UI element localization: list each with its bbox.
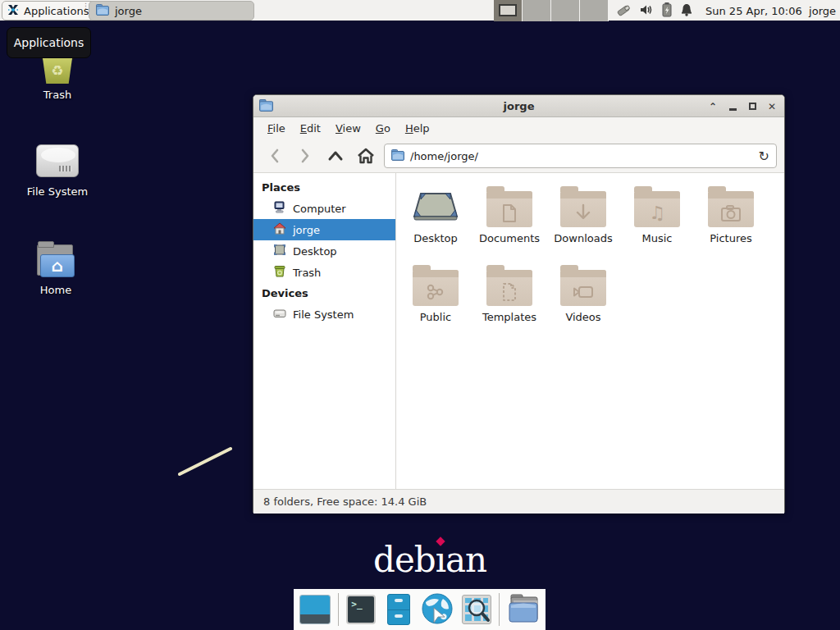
menubar: File Edit View Go Help <box>253 117 784 139</box>
minimize-button[interactable] <box>727 101 738 112</box>
menu-edit[interactable]: Edit <box>294 120 326 137</box>
xfce-logo-icon <box>7 3 20 19</box>
dock-separator <box>338 593 339 626</box>
menu-help[interactable]: Help <box>399 120 436 137</box>
application-finder-icon <box>462 595 491 624</box>
file-manager-window: jorge ⌃ ✕ File Edit View Go Help <box>253 94 785 513</box>
pictures-folder-icon <box>708 191 754 227</box>
sidebar-item-computer[interactable]: Computer <box>253 198 395 219</box>
file-item-pictures[interactable]: Pictures <box>694 181 768 249</box>
music-note-glyph: ♫ <box>634 199 680 227</box>
file-item-templates[interactable]: Templates <box>472 260 546 327</box>
templates-folder-icon <box>486 270 532 306</box>
file-item-label: Videos <box>546 311 620 323</box>
workspace-1[interactable] <box>494 0 523 21</box>
places-header: Places <box>253 177 395 198</box>
desktop-root: Applications ⋮ jorge <box>0 0 840 630</box>
desktop-icon <box>273 244 286 258</box>
file-item-downloads[interactable]: Downloads <box>546 181 620 249</box>
sidebar: Places Computer <box>253 173 396 489</box>
trash-small-icon <box>273 265 286 280</box>
devices-header: Devices <box>253 283 395 304</box>
desktop-icon-label: File System <box>8 185 107 198</box>
tablet-tool-tray-icon[interactable] <box>615 2 632 21</box>
home-button[interactable] <box>354 145 377 167</box>
sidebar-item-label: File System <box>293 308 354 321</box>
stray-line-artifact <box>172 441 242 482</box>
forward-button[interactable] <box>294 145 317 167</box>
battery-tray-icon[interactable] <box>661 2 673 21</box>
applications-tooltip: Applications <box>7 27 91 58</box>
workspace-pager[interactable] <box>494 0 609 21</box>
close-button[interactable]: ✕ <box>766 101 778 112</box>
sidebar-item-jorge[interactable]: jorge <box>253 219 395 240</box>
panel-handle[interactable]: ⋮ <box>82 3 87 18</box>
taskbar-window-button[interactable]: jorge <box>89 1 254 21</box>
hard-drive-icon <box>36 144 79 177</box>
desktop-icon-home[interactable]: ⌂ Home <box>7 244 105 296</box>
menu-go[interactable]: Go <box>370 120 396 137</box>
dock-panel: >_ <box>294 589 546 630</box>
show-desktop-button[interactable] <box>299 593 331 626</box>
file-item-videos[interactable]: Videos <box>546 260 620 327</box>
window-title: jorge <box>253 100 784 112</box>
applications-menu-label: Applications <box>24 5 89 17</box>
statusbar: 8 folders, Free space: 14.4 GiB <box>253 489 784 514</box>
file-manager-launcher[interactable] <box>384 593 414 626</box>
house-glyph: ⌂ <box>40 254 75 277</box>
computer-icon <box>273 201 286 216</box>
sidebar-item-desktop[interactable]: Desktop <box>253 240 395 262</box>
show-desktop-icon <box>299 595 331 624</box>
sidebar-item-label: Desktop <box>293 245 337 258</box>
location-bar[interactable]: /home/jorge/ ↻ <box>384 144 777 168</box>
workspace-4[interactable] <box>580 0 609 21</box>
file-list-view[interactable]: Desktop Documents Downloads <box>396 173 784 489</box>
notifications-bell-icon[interactable] <box>680 2 693 20</box>
debian-wordmark-part: deb <box>373 540 436 580</box>
file-item-label: Downloads <box>546 232 620 244</box>
directory-menu-launcher[interactable] <box>507 593 540 626</box>
menu-file[interactable]: File <box>262 120 291 137</box>
back-button[interactable] <box>263 145 286 167</box>
sidebar-item-trash[interactable]: Trash <box>253 262 395 283</box>
file-item-public[interactable]: Public <box>399 260 472 327</box>
reload-button[interactable]: ↻ <box>759 148 769 164</box>
file-item-label: Templates <box>472 311 546 323</box>
file-item-label: Desktop <box>399 232 472 244</box>
location-path[interactable]: /home/jorge/ <box>410 150 478 162</box>
workspace-3[interactable] <box>551 0 580 21</box>
application-finder-launcher[interactable] <box>461 593 491 626</box>
folder-stack-icon <box>506 593 541 627</box>
desktop-folder-icon <box>411 187 460 227</box>
file-item-desktop[interactable]: Desktop <box>399 181 472 249</box>
globe-icon <box>421 592 454 628</box>
downloads-folder-icon <box>560 191 606 227</box>
panel-username[interactable]: jorge <box>809 0 836 21</box>
panel-clock[interactable]: Sun 25 Apr, 10:06 <box>705 0 802 21</box>
file-item-music[interactable]: ♫ Music <box>620 181 694 249</box>
workspace-window-preview <box>499 4 517 16</box>
terminal-launcher[interactable]: >_ <box>346 593 377 626</box>
titlebar[interactable]: jorge ⌃ ✕ <box>253 95 784 117</box>
desktop-icon-file-system[interactable]: File System <box>8 144 107 198</box>
statusbar-text: 8 folders, Free space: 14.4 GiB <box>263 495 427 508</box>
file-item-label: Documents <box>472 232 546 244</box>
path-folder-icon <box>391 149 404 163</box>
sidebar-item-file-system[interactable]: File System <box>253 304 395 325</box>
shade-button[interactable]: ⌃ <box>707 101 719 112</box>
workspace-2[interactable] <box>523 0 551 21</box>
web-browser-launcher[interactable] <box>421 593 454 626</box>
debian-wordmark-part: an <box>445 540 486 580</box>
maximize-button[interactable] <box>746 101 758 112</box>
menu-view[interactable]: View <box>330 120 367 137</box>
window-folder-icon <box>259 99 273 114</box>
file-item-documents[interactable]: Documents <box>472 181 546 249</box>
file-item-label: Public <box>399 311 472 323</box>
system-tray <box>615 0 693 21</box>
toolbar: /home/jorge/ ↻ <box>253 139 784 173</box>
dock-separator <box>499 593 500 626</box>
volume-tray-icon[interactable] <box>639 2 654 20</box>
up-button[interactable] <box>324 145 347 167</box>
sidebar-item-label: Trash <box>293 267 321 279</box>
drive-small-icon <box>273 308 286 322</box>
